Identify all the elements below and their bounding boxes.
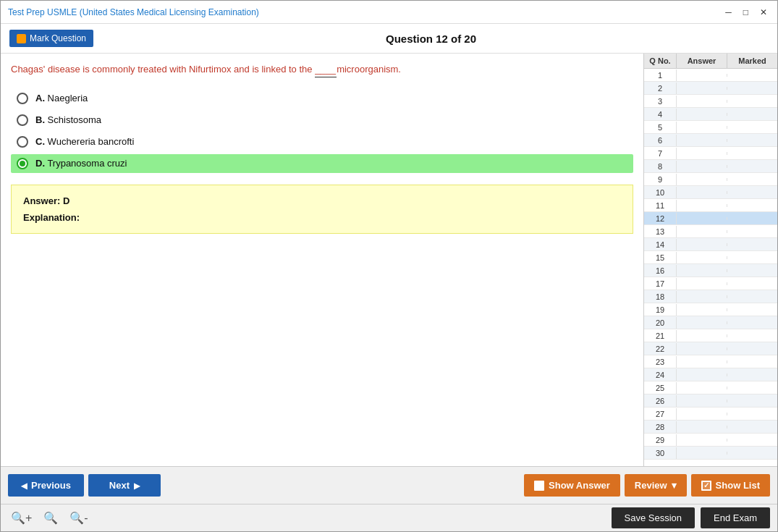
qlist-scroll[interactable]: 1 2 3 4 5 6 7 8: [644, 69, 777, 466]
save-session-button[interactable]: Save Session: [612, 507, 695, 528]
qlist-row[interactable]: 1: [644, 69, 777, 82]
qlist-cell-marked: [727, 360, 777, 363]
qlist-row[interactable]: 24: [644, 368, 777, 381]
qlist-cell-answer: [677, 113, 727, 116]
qlist-row[interactable]: 28: [644, 421, 777, 434]
qlist-cell-qno: 12: [644, 213, 677, 224]
qlist-row[interactable]: 23: [644, 355, 777, 368]
qlist-cell-qno: 9: [644, 174, 677, 185]
minimize-button[interactable]: ─: [722, 7, 735, 17]
qlist-row[interactable]: 27: [644, 408, 777, 421]
qlist-row[interactable]: 5: [644, 121, 777, 134]
question-text-before: Chagas' disease is commonly treated with…: [11, 64, 315, 75]
window-title: Test Prep USMLE (United States Medical L…: [8, 7, 259, 17]
qlist-cell-marked: [727, 282, 777, 285]
zoom-out-button[interactable]: 🔍-: [67, 510, 90, 526]
qlist-row[interactable]: 20: [644, 316, 777, 329]
qlist-row[interactable]: 30: [644, 447, 777, 460]
qlist-cell-answer: [677, 204, 727, 207]
qlist-cell-qno: 11: [644, 200, 677, 211]
next-arrow-icon: [134, 480, 140, 491]
qlist-cell-qno: 30: [644, 447, 677, 459]
show-list-button[interactable]: ✓ Show List: [691, 474, 770, 497]
qlist-row[interactable]: 8: [644, 160, 777, 173]
qlist-row[interactable]: 14: [644, 238, 777, 251]
header-bar: Mark Question Question 12 of 20: [1, 24, 777, 54]
qlist-cell-marked: [727, 334, 777, 337]
qlist-row[interactable]: 6: [644, 134, 777, 147]
qlist-cell-qno: 3: [644, 96, 677, 107]
previous-label: Previous: [31, 480, 71, 491]
option-a-radio: [17, 93, 28, 104]
option-d[interactable]: D. Trypanosoma cruzi: [11, 154, 633, 173]
qlist-cell-answer: [677, 139, 727, 142]
qlist-cell-answer: [677, 100, 727, 103]
qlist-row[interactable]: 10: [644, 186, 777, 199]
qlist-cell-qno: 14: [644, 239, 677, 250]
option-b[interactable]: B. Schistosoma: [11, 111, 633, 130]
qlist-row[interactable]: 22: [644, 342, 777, 355]
qlist-cell-qno: 1: [644, 69, 677, 81]
qlist-row[interactable]: 2: [644, 82, 777, 95]
qlist-row[interactable]: 18: [644, 290, 777, 303]
qlist-header-answer: Answer: [677, 54, 727, 68]
previous-button[interactable]: Previous: [8, 474, 84, 497]
qlist-cell-qno: 16: [644, 265, 677, 276]
option-c[interactable]: C. Wuchereria bancrofti: [11, 132, 633, 151]
qlist-cell-marked: [727, 165, 777, 168]
qlist-cell-qno: 20: [644, 317, 677, 329]
end-exam-button[interactable]: End Exam: [701, 507, 770, 528]
qlist-row[interactable]: 12: [644, 212, 777, 225]
qlist-cell-marked: [727, 243, 777, 246]
qlist-row[interactable]: 26: [644, 394, 777, 408]
maximize-button[interactable]: □: [740, 7, 751, 17]
qlist-cell-answer: [677, 373, 727, 376]
qlist-row[interactable]: 4: [644, 108, 777, 121]
mark-question-label: Mark Question: [30, 33, 86, 43]
qlist-row[interactable]: 19: [644, 303, 777, 316]
qlist-cell-qno: 2: [644, 83, 677, 94]
qlist-cell-marked: [727, 256, 777, 259]
qlist-cell-qno: 15: [644, 252, 677, 263]
app-window: Test Prep USMLE (United States Medical L…: [0, 0, 778, 532]
close-button[interactable]: ✕: [757, 7, 770, 17]
qlist-row[interactable]: 7: [644, 147, 777, 160]
qlist-header-marked: Marked: [727, 54, 777, 68]
qlist-row[interactable]: 13: [644, 225, 777, 238]
qlist-cell-answer: [677, 413, 727, 415]
qlist-row[interactable]: 11: [644, 199, 777, 212]
qlist-cell-qno: 7: [644, 148, 677, 159]
option-a[interactable]: A. Naegleria: [11, 89, 633, 108]
qlist-row[interactable]: 29: [644, 434, 777, 447]
qlist-row[interactable]: 25: [644, 381, 777, 394]
show-answer-label: Show Answer: [549, 480, 610, 491]
qlist-row[interactable]: 9: [644, 173, 777, 186]
qlist-cell-marked: [727, 87, 777, 90]
qlist-cell-answer: [677, 360, 727, 363]
qlist-cell-answer: [677, 165, 727, 168]
option-d-label: D. Trypanosoma cruzi: [35, 158, 127, 169]
qlist-row[interactable]: 17: [644, 277, 777, 290]
mark-question-button[interactable]: Mark Question: [9, 30, 93, 47]
qlist-cell-marked: [727, 295, 777, 298]
qlist-cell-marked: [727, 191, 777, 194]
zoom-reset-button[interactable]: 🔍: [41, 510, 61, 526]
next-button[interactable]: Next: [88, 474, 161, 497]
qlist-cell-qno: 17: [644, 278, 677, 290]
qlist-cell-qno: 8: [644, 161, 677, 172]
zoom-in-button[interactable]: 🔍+: [8, 510, 35, 526]
qlist-cell-marked: [727, 413, 777, 415]
qlist-row[interactable]: 21: [644, 329, 777, 342]
qlist-cell-qno: 10: [644, 187, 677, 198]
qlist-cell-answer: [677, 387, 727, 389]
qlist-cell-marked: [727, 204, 777, 207]
qlist-cell-marked: [727, 139, 777, 142]
question-list-panel: Q No. Answer Marked 1 2 3 4 5: [643, 54, 777, 466]
qlist-row[interactable]: 15: [644, 251, 777, 264]
show-answer-button[interactable]: Show Answer: [524, 474, 620, 497]
review-button[interactable]: Review ▾: [625, 474, 687, 497]
option-b-label: B. Schistosoma: [35, 114, 101, 125]
previous-arrow-icon: [21, 480, 27, 491]
qlist-row[interactable]: 3: [644, 95, 777, 108]
qlist-row[interactable]: 16: [644, 264, 777, 277]
